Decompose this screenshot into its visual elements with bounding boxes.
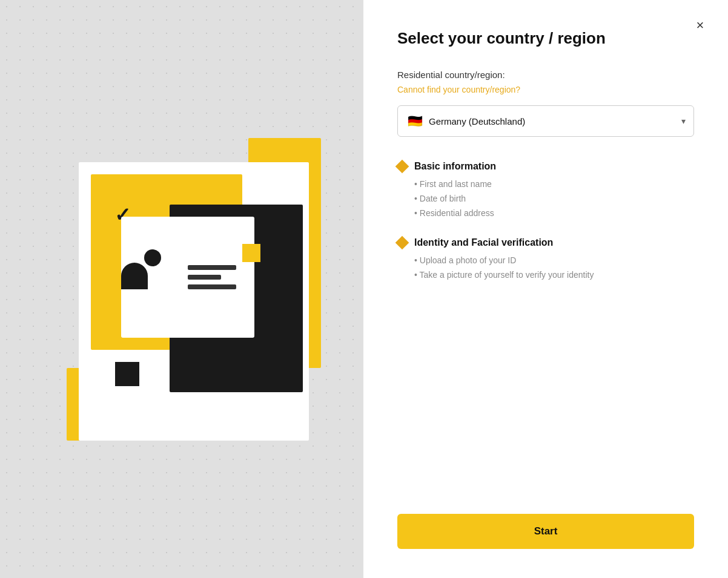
- basic-info-item-3: • Residential address: [414, 208, 694, 218]
- country-label: Residential country/region:: [397, 70, 694, 80]
- page-title: Select your country / region: [397, 29, 694, 48]
- basic-info-header: Basic information: [397, 161, 694, 172]
- person-head: [144, 249, 161, 266]
- country-select[interactable]: 🇩🇪 Germany (Deutschland): [397, 105, 694, 137]
- small-yellow-accent: [242, 244, 260, 262]
- diamond-icon-2: [395, 236, 409, 250]
- id-line-2: [188, 275, 221, 280]
- illustration: [42, 138, 321, 441]
- close-button[interactable]: ×: [689, 15, 711, 36]
- identity-item-1: • Upload a photo of your ID: [414, 255, 694, 265]
- left-panel: [0, 0, 363, 578]
- identity-section: Identity and Facial verification • Uploa…: [397, 237, 694, 280]
- diamond-icon-1: [395, 160, 409, 174]
- basic-info-title: Basic information: [414, 161, 496, 172]
- country-name: Germany (Deutschland): [429, 116, 525, 126]
- id-lines: [188, 265, 236, 289]
- identity-item-2: • Take a picture of yourself to verify y…: [414, 270, 694, 280]
- cannot-find-link[interactable]: Cannot find your country/region?: [397, 85, 694, 94]
- identity-header: Identity and Facial verification: [397, 237, 694, 248]
- right-panel: × Select your country / region Residenti…: [363, 0, 728, 578]
- id-card: [121, 217, 254, 338]
- start-button[interactable]: Start: [397, 514, 694, 549]
- basic-info-items: • First and last name • Date of birth • …: [397, 179, 694, 218]
- id-line-3: [188, 284, 236, 289]
- basic-info-section: Basic information • First and last name …: [397, 161, 694, 218]
- id-line-1: [188, 265, 236, 270]
- identity-items: • Upload a photo of your ID • Take a pic…: [397, 255, 694, 280]
- chevron-down-icon: ▾: [681, 116, 686, 126]
- small-black-accent: [115, 362, 139, 386]
- flag-emoji: 🇩🇪: [408, 114, 423, 128]
- country-select-wrapper: 🇩🇪 Germany (Deutschland) ▾: [397, 105, 694, 137]
- identity-title: Identity and Facial verification: [414, 237, 553, 248]
- person-body: [121, 263, 148, 289]
- basic-info-item-1: • First and last name: [414, 179, 694, 189]
- basic-info-item-2: • Date of birth: [414, 194, 694, 203]
